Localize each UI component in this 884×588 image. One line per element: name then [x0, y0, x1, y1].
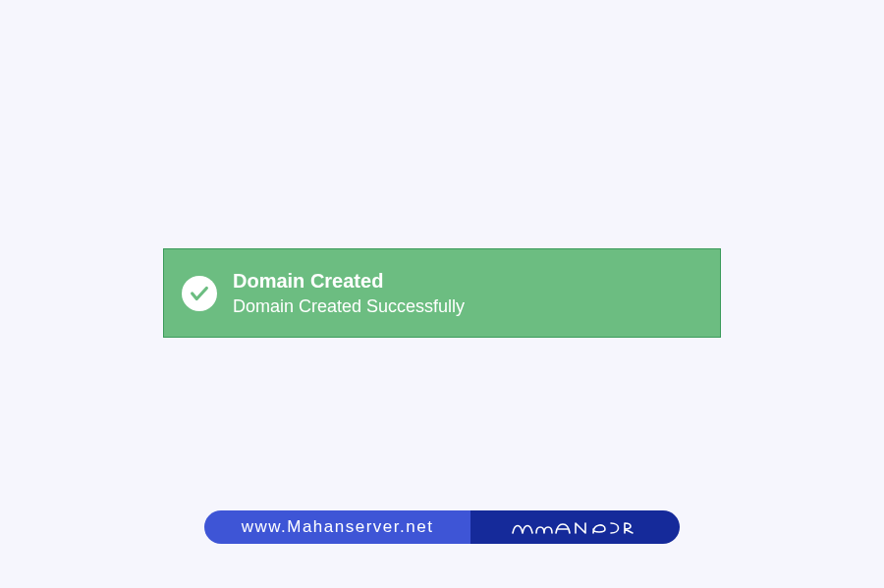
success-alert: Domain Created Domain Created Successful…: [163, 248, 721, 338]
footer-banner: www.Mahanserver.net: [204, 510, 680, 544]
footer-logo: [470, 510, 680, 544]
check-icon: [182, 276, 217, 311]
alert-text-group: Domain Created Domain Created Successful…: [233, 269, 465, 318]
alert-message: Domain Created Successfully: [233, 296, 465, 318]
footer-url[interactable]: www.Mahanserver.net: [204, 510, 470, 544]
alert-title: Domain Created: [233, 269, 465, 293]
